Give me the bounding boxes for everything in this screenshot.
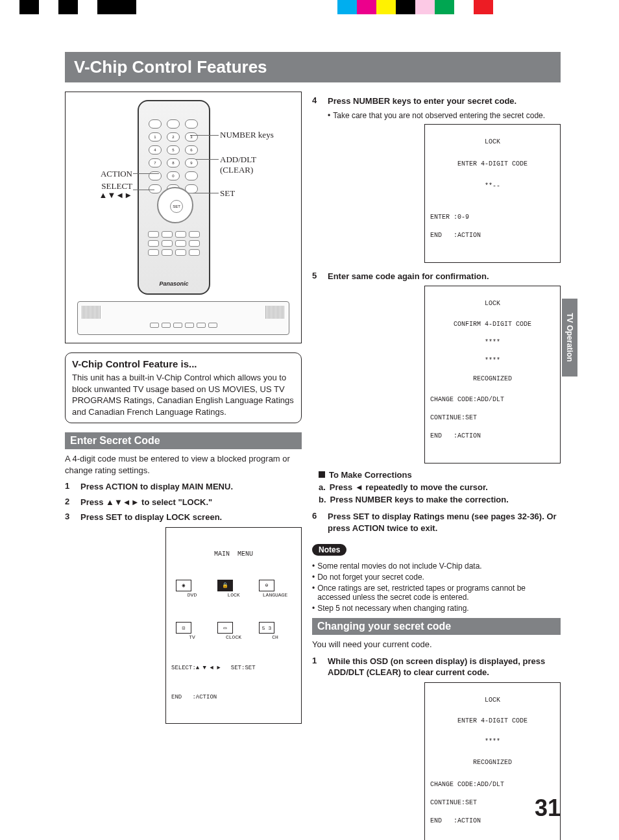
step-3: 3Press SET to display LOCK screen.	[65, 512, 302, 523]
page-title: V-Chip Control Features	[65, 52, 561, 82]
callout-select-label: SELECT	[101, 181, 132, 191]
correction-b: b.Press NUMBER keys to make the correcti…	[319, 495, 561, 504]
osd-title: MAIN MENU	[171, 550, 296, 559]
side-tab: TV Operation	[562, 299, 577, 377]
info-heading: V-Chip Control Feature is...	[72, 358, 295, 369]
page-number: 31	[535, 795, 561, 822]
main-menu-osd: MAIN MENU ◉DVD 🔒LOCK ⊜LANGUAGE ⊡TV ▭CLOC…	[165, 527, 302, 724]
step-6: 6Press SET to display Ratings menu (see …	[312, 511, 561, 534]
corrections-heading: To Make Corrections	[319, 470, 561, 480]
step-4-sub: •Take care that you are not observed ent…	[328, 111, 561, 120]
section-change-code: Changing your secret code	[312, 618, 561, 635]
callout-set: SET	[220, 188, 291, 199]
change-intro: You will need your current code.	[312, 639, 561, 650]
registration-bar-left	[19, 0, 136, 14]
dvd-icon: ◉	[176, 580, 191, 591]
callout-number-keys: NUMBER keys	[220, 130, 291, 140]
tv-unit-icon	[77, 301, 289, 335]
clock-icon: ▭	[217, 622, 233, 634]
step-5: 5Enter same code again for confirmation.	[312, 271, 561, 282]
vchip-info-box: V-Chip Control Feature is... This unit h…	[65, 352, 302, 423]
language-icon: ⊜	[259, 580, 274, 591]
notes-list: •Some rental movies do not include V-Chi…	[312, 562, 561, 613]
correction-a: a.Press ◄ repeatedly to move the cursor.	[319, 482, 561, 492]
info-body: This unit has a built-in V-Chip Control …	[72, 372, 295, 417]
callout-select: SELECT ▲▼◄►	[71, 182, 132, 201]
lock-icon: 🔒	[217, 580, 233, 591]
osd-footer1: SELECT:▲ ▼ ◄ ► SET:SET	[171, 664, 296, 673]
remote-brand: Panasonic	[139, 280, 209, 287]
step-2: 2Press ▲▼◄► to select "LOCK."	[65, 497, 302, 508]
notes-label: Notes	[312, 544, 346, 556]
lock-osd-2: LOCK CONFIRM 4-DIGIT CODE **** **** RECO…	[424, 286, 561, 463]
callout-select-arrows: ▲▼◄►	[99, 190, 132, 200]
left-steps: 1Press ACTION to display MAIN MENU. 2Pre…	[65, 481, 302, 523]
osd-footer2: END :ACTION	[171, 693, 296, 702]
callout-add-dlt: ADD/DLT (CLEAR)	[220, 154, 291, 175]
section-enter-code: Enter Secret Code	[65, 432, 302, 449]
lock-osd-1: LOCK ENTER 4-DIGIT CODE **-- ENTER :0-9 …	[424, 124, 561, 263]
step-4: 4Press NUMBER keys to enter your secret …	[312, 95, 561, 107]
change-step-1: 1While this OSD (on screen display) is d…	[312, 656, 561, 678]
enter-intro: A 4-digit code must be entered to view a…	[65, 453, 302, 476]
callout-action: ACTION	[71, 169, 132, 179]
step-1: 1Press ACTION to display MAIN MENU.	[65, 481, 302, 493]
remote-illustration: 123 456 789 0 SET Panasonic	[65, 92, 302, 343]
registration-bar-right	[337, 0, 493, 14]
tv-icon: ⊡	[176, 622, 191, 634]
remote-control-icon: 123 456 789 0 SET Panasonic	[138, 100, 210, 295]
ch-icon: 5 3	[259, 622, 274, 634]
page-content: V-Chip Control Features 123 456 789 0 SE…	[65, 52, 561, 801]
